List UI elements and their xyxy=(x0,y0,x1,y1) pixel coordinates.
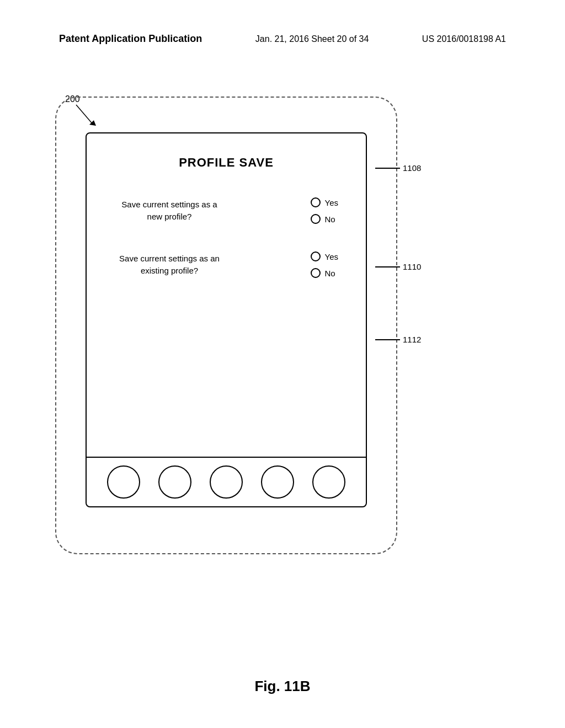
radio-group-1: Yes No xyxy=(311,197,338,224)
radio-group-2: Yes No xyxy=(311,251,338,278)
question-row-2: Save current settings as an existing pro… xyxy=(103,251,349,278)
ref-1110-label: 1110 xyxy=(403,262,421,271)
question-1-text: Save current settings as a new profile? xyxy=(114,199,225,223)
screen-content: PROFILE SAVE Save current settings as a … xyxy=(87,133,366,457)
nav-button-2[interactable] xyxy=(158,465,191,499)
figure-caption: Fig. 11B xyxy=(0,678,565,695)
question-row-1: Save current settings as a new profile? … xyxy=(103,197,349,224)
ref-1112-annotation: 1112 xyxy=(375,335,421,344)
nav-button-bar xyxy=(87,457,366,506)
radio-no-1[interactable]: No xyxy=(311,214,338,224)
publication-label: Patent Application Publication xyxy=(59,33,202,45)
screen-title: PROFILE SAVE xyxy=(103,156,349,170)
radio-circle-no-2 xyxy=(311,268,321,278)
radio-circle-yes-1 xyxy=(311,197,321,207)
radio-label-yes-1: Yes xyxy=(325,198,338,207)
radio-label-no-1: No xyxy=(325,215,335,224)
nav-button-5[interactable] xyxy=(312,465,345,499)
page-header: Patent Application Publication Jan. 21, … xyxy=(59,33,506,45)
ref-1112-line xyxy=(375,339,400,340)
radio-circle-no-1 xyxy=(311,214,321,224)
radio-yes-2[interactable]: Yes xyxy=(311,251,338,261)
ref-1112-label: 1112 xyxy=(403,335,421,344)
ref-1110-line xyxy=(375,266,400,267)
nav-button-3[interactable] xyxy=(210,465,243,499)
phone-screen: PROFILE SAVE Save current settings as a … xyxy=(86,132,367,507)
radio-yes-1[interactable]: Yes xyxy=(311,197,338,207)
patent-number-label: US 2016/0018198 A1 xyxy=(422,34,506,44)
ref-1108-annotation: 1108 xyxy=(375,163,421,173)
question-2-text: Save current settings as an existing pro… xyxy=(114,253,225,277)
radio-circle-yes-2 xyxy=(311,251,321,261)
ref-1108-line xyxy=(375,168,400,169)
date-sheet-label: Jan. 21, 2016 Sheet 20 of 34 xyxy=(255,34,369,44)
nav-button-4[interactable] xyxy=(261,465,294,499)
nav-button-1[interactable] xyxy=(107,465,140,499)
radio-label-yes-2: Yes xyxy=(325,252,338,261)
radio-no-2[interactable]: No xyxy=(311,268,338,278)
ref-1110-annotation: 1110 xyxy=(375,262,421,271)
radio-label-no-2: No xyxy=(325,269,335,278)
ref-1108-label: 1108 xyxy=(403,163,421,173)
